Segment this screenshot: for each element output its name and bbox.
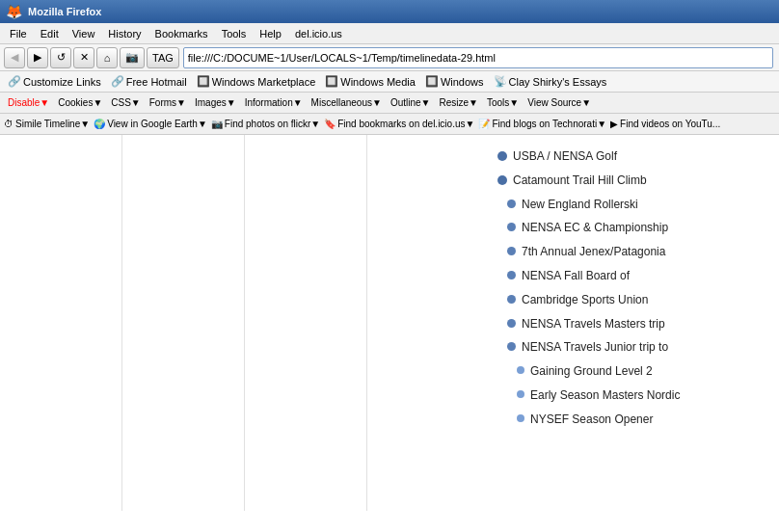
- list-item[interactable]: Catamount Trail Hill Climb: [490, 169, 779, 193]
- bookmark-marketplace[interactable]: 🔲 Windows Marketplace: [193, 74, 320, 89]
- timeline-item-label: NYSEF Season Opener: [530, 412, 653, 428]
- timeline-dot: [517, 414, 524, 422]
- timeline-dot: [517, 366, 524, 374]
- hotmail-icon: 🔗: [111, 75, 124, 88]
- list-item[interactable]: USBA / NENSA Golf: [490, 145, 779, 169]
- timeline-item-label: Cambridge Sports Union: [522, 292, 648, 308]
- forward-button[interactable]: ▶: [27, 47, 48, 68]
- bookmark-media[interactable]: 🔲 Windows Media: [321, 74, 419, 89]
- menubar: File Edit View History Bookmarks Tools H…: [0, 23, 779, 44]
- timeline-item-label: Catamount Trail Hill Climb: [513, 173, 647, 189]
- timeline-item-label: NENSA Travels Masters trip: [522, 316, 665, 332]
- list-item[interactable]: NENSA EC & Championship: [490, 216, 779, 240]
- customize-icon: 🔗: [8, 75, 21, 88]
- grid-col-4: [367, 135, 490, 511]
- bookmark-clay[interactable]: 📡 Clay Shirky's Essays: [490, 74, 611, 89]
- dev-disable[interactable]: Disable▼: [4, 95, 53, 110]
- menu-help[interactable]: Help: [254, 26, 287, 41]
- dev-resize[interactable]: Resize▼: [435, 95, 481, 110]
- timeline-item-label: New England Rollerski: [522, 197, 638, 213]
- timeline-item-label: NENSA Travels Junior trip to: [522, 339, 668, 356]
- similebar: ⏱ Simile Timeline▼ 🌍 View in Google Eart…: [0, 114, 779, 135]
- earth-icon: 🌍: [94, 119, 105, 129]
- google-earth-link[interactable]: 🌍 View in Google Earth▼: [94, 119, 207, 129]
- menu-edit[interactable]: Edit: [35, 26, 65, 41]
- titlebar: 🦊 Mozilla Firefox: [0, 0, 779, 23]
- list-item[interactable]: Cambridge Sports Union: [490, 288, 779, 312]
- flickr-link[interactable]: 📷 Find photos on flickr▼: [211, 119, 320, 129]
- list-item[interactable]: 7th Annual Jenex/Patagonia: [490, 240, 779, 264]
- youtube-icon: ▶: [610, 119, 618, 129]
- list-item[interactable]: NENSA Fall Board of: [490, 264, 779, 288]
- marketplace-icon: 🔲: [197, 75, 210, 88]
- menu-tools[interactable]: Tools: [216, 26, 253, 41]
- list-item[interactable]: NENSA Travels Masters trip: [490, 312, 779, 336]
- dev-forms[interactable]: Forms▼: [146, 95, 190, 110]
- simile-timeline[interactable]: ⏱ Simile Timeline▼: [4, 119, 90, 129]
- list-item[interactable]: NENSA Travels Junior trip to: [490, 335, 779, 359]
- flickr-icon: 📷: [211, 119, 223, 129]
- timeline-dot: [497, 151, 507, 161]
- screenshot-button[interactable]: 📷: [120, 47, 145, 68]
- timeline-list: USBA / NENSA GolfCatamount Trail Hill Cl…: [490, 135, 779, 511]
- timeline-item-label: NENSA EC & Championship: [522, 220, 668, 236]
- menu-delicious[interactable]: del.icio.us: [289, 26, 348, 41]
- grid-col-3: [245, 135, 367, 511]
- list-item[interactable]: New England Rollerski: [490, 193, 779, 217]
- technorati-icon: 📝: [478, 119, 490, 129]
- timeline-dot: [497, 175, 507, 185]
- list-item[interactable]: Early Season Masters Nordic: [490, 384, 779, 408]
- timeline-dot: [507, 295, 516, 304]
- youtube-link[interactable]: ▶ Find videos on YouTu...: [610, 119, 720, 129]
- timeline-item-label: Early Season Masters Nordic: [530, 387, 680, 404]
- rss-icon: 📡: [494, 75, 507, 88]
- bookmark-windows[interactable]: 🔲 Windows: [421, 74, 488, 89]
- grid-col-2: [122, 135, 245, 511]
- delicious-link[interactable]: 🔖 Find bookmarks on del.icio.us▼: [324, 119, 474, 129]
- home-button[interactable]: ⌂: [96, 47, 118, 68]
- address-input[interactable]: [188, 52, 768, 64]
- dev-viewsource[interactable]: View Source▼: [524, 95, 595, 110]
- firefox-icon: 🦊: [6, 4, 22, 19]
- list-item[interactable]: Gaining Ground Level 2: [490, 359, 779, 384]
- bookmark-hotmail[interactable]: 🔗 Free Hotmail: [107, 74, 191, 89]
- windows-icon: 🔲: [425, 75, 439, 88]
- timeline-dot: [507, 319, 516, 328]
- grid-col-1: [0, 135, 122, 511]
- timeline-item-label: Gaining Ground Level 2: [530, 363, 653, 380]
- list-item[interactable]: NYSEF Season Opener: [490, 408, 779, 432]
- timeline-item-label: NENSA Fall Board of: [522, 268, 630, 284]
- timeline-dot: [507, 342, 516, 351]
- main-content: USBA / NENSA GolfCatamount Trail Hill Cl…: [0, 135, 779, 511]
- stop-button[interactable]: ✕: [73, 47, 94, 68]
- dev-information[interactable]: Information▼: [241, 95, 307, 110]
- dev-cookies[interactable]: Cookies▼: [54, 95, 106, 110]
- timeline-dot: [507, 223, 516, 231]
- bookmarks-bar: 🔗 Customize Links 🔗 Free Hotmail 🔲 Windo…: [0, 71, 779, 93]
- devbar: Disable▼ Cookies▼ CSS▼ Forms▼ Images▼ In…: [0, 93, 779, 114]
- timeline-item-label: 7th Annual Jenex/Patagonia: [522, 244, 665, 260]
- technorati-link[interactable]: 📝 Find blogs on Technorati▼: [478, 119, 606, 129]
- titlebar-title: Mozilla Firefox: [28, 6, 101, 17]
- menu-view[interactable]: View: [67, 26, 101, 41]
- media-icon: 🔲: [325, 75, 338, 88]
- address-bar[interactable]: [183, 47, 773, 68]
- bookmark-customize[interactable]: 🔗 Customize Links: [4, 74, 105, 89]
- simile-icon: ⏱: [4, 119, 13, 129]
- menu-history[interactable]: History: [102, 26, 147, 41]
- reload-button[interactable]: ↺: [50, 47, 71, 68]
- menu-file[interactable]: File: [4, 26, 33, 41]
- grid-area: [0, 135, 490, 511]
- dev-tools[interactable]: Tools▼: [483, 95, 523, 110]
- tag-button[interactable]: TAG: [147, 47, 179, 68]
- timeline-item-label: USBA / NENSA Golf: [513, 148, 617, 165]
- dev-miscellaneous[interactable]: Miscellaneous▼: [308, 95, 386, 110]
- menu-bookmarks[interactable]: Bookmarks: [149, 26, 214, 41]
- dev-images[interactable]: Images▼: [191, 95, 240, 110]
- back-button[interactable]: ◀: [4, 47, 25, 68]
- delicious-icon: 🔖: [324, 119, 336, 129]
- dev-outline[interactable]: Outline▼: [387, 95, 435, 110]
- timeline-dot: [507, 247, 516, 255]
- dev-css[interactable]: CSS▼: [107, 95, 144, 110]
- timeline-dot: [507, 200, 516, 208]
